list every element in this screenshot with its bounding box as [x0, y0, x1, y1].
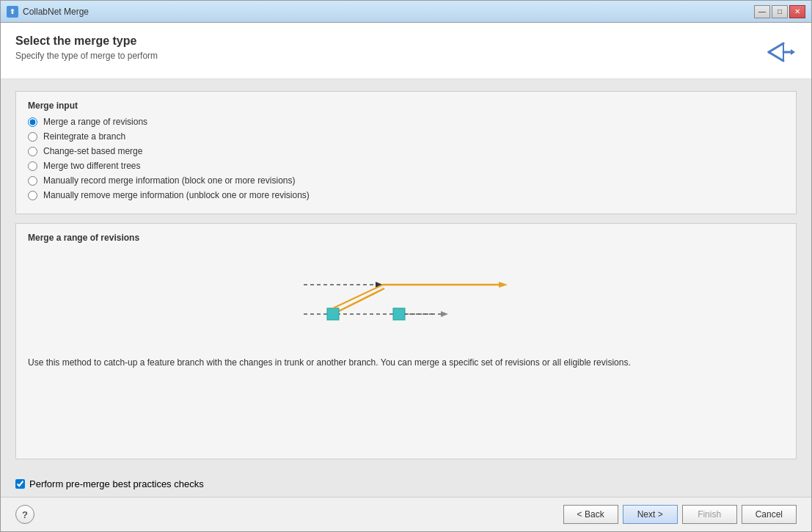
radio-option-5[interactable]: Manually record merge information (block… [28, 175, 784, 186]
help-button[interactable]: ? [15, 505, 34, 524]
pre-merge-checkbox[interactable] [15, 479, 25, 489]
bottom-right: < Back Next > Finish Cancel [563, 505, 797, 524]
description-section: Merge a range of revisions [15, 223, 797, 459]
app-icon: ⬆ [7, 6, 18, 18]
header-text-area: Select the merge type Specify the type o… [15, 34, 158, 61]
radio-input-6[interactable] [28, 191, 37, 200]
main-window: ⬆ CollabNet Merge — □ ✕ Select the merge… [0, 0, 812, 532]
main-body: Merge input Merge a range of revisions R… [1, 79, 811, 471]
svg-rect-11 [327, 308, 339, 320]
header-icon [761, 34, 797, 70]
radio-option-6[interactable]: Manually remove merge information (unblo… [28, 190, 784, 200]
radio-input-4[interactable] [28, 161, 37, 171]
svg-marker-14 [441, 311, 448, 317]
bottom-left: ? [15, 505, 34, 524]
minimize-button[interactable]: — [754, 5, 770, 18]
next-button[interactable]: Next > [623, 505, 678, 524]
diagram-container [28, 252, 784, 347]
radio-label-1: Merge a range of revisions [43, 117, 147, 127]
finish-button[interactable]: Finish [682, 505, 737, 524]
radio-input-1[interactable] [28, 117, 37, 127]
back-button[interactable]: < Back [563, 505, 618, 524]
page-title: Select the merge type [15, 34, 158, 48]
svg-line-9 [333, 288, 384, 314]
title-bar: ⬆ CollabNet Merge — □ ✕ [1, 1, 811, 23]
maximize-button[interactable]: □ [772, 5, 788, 18]
radio-option-4[interactable]: Merge two different trees [28, 161, 784, 171]
svg-rect-12 [393, 308, 405, 320]
svg-marker-4 [791, 49, 795, 55]
radio-input-3[interactable] [28, 147, 37, 156]
radio-label-4: Merge two different trees [43, 161, 141, 171]
window-controls: — □ ✕ [754, 5, 805, 18]
svg-line-0 [769, 43, 783, 52]
radio-label-3: Change-set based merge [43, 146, 142, 156]
merge-input-group: Merge input Merge a range of revisions R… [15, 91, 797, 214]
svg-line-15 [333, 285, 383, 308]
radio-option-1[interactable]: Merge a range of revisions [28, 117, 784, 127]
group-label: Merge input [28, 101, 784, 111]
section-label: Merge a range of revisions [28, 233, 784, 243]
checkbox-area: Perform pre-merge best practices checks [15, 478, 797, 489]
radio-option-3[interactable]: Change-set based merge [28, 146, 784, 156]
cancel-button[interactable]: Cancel [742, 505, 797, 524]
radio-input-2[interactable] [28, 132, 37, 142]
header-section: Select the merge type Specify the type o… [1, 23, 811, 79]
page-subtitle: Specify the type of merge to perform [15, 51, 158, 61]
window-title: CollabNet Merge [23, 7, 754, 17]
merge-diagram [289, 266, 524, 332]
pre-merge-label[interactable]: Perform pre-merge best practices checks [29, 478, 204, 489]
footer-section: Perform pre-merge best practices checks [1, 471, 811, 497]
bottom-bar: ? < Back Next > Finish Cancel [1, 497, 811, 531]
radio-label-2: Reintegrate a branch [43, 131, 125, 142]
radio-option-2[interactable]: Reintegrate a branch [28, 131, 784, 142]
radio-input-5[interactable] [28, 176, 37, 186]
svg-line-1 [769, 52, 783, 61]
radio-label-6: Manually remove merge information (unblo… [43, 190, 310, 200]
radio-label-5: Manually record merge information (block… [43, 175, 295, 186]
description-text: Use this method to catch-up a feature br… [28, 356, 784, 369]
svg-marker-8 [499, 282, 508, 288]
close-button[interactable]: ✕ [789, 5, 805, 18]
